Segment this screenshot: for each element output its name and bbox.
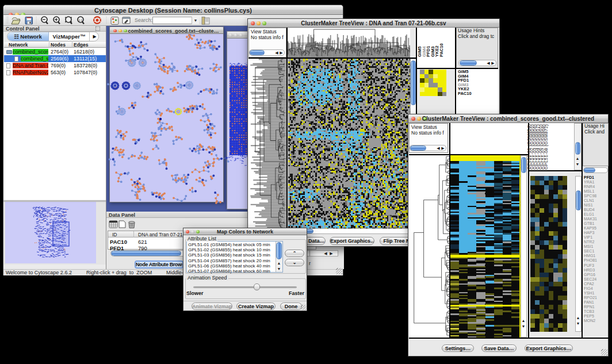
svg-text:1:1: 1:1 xyxy=(79,18,83,22)
